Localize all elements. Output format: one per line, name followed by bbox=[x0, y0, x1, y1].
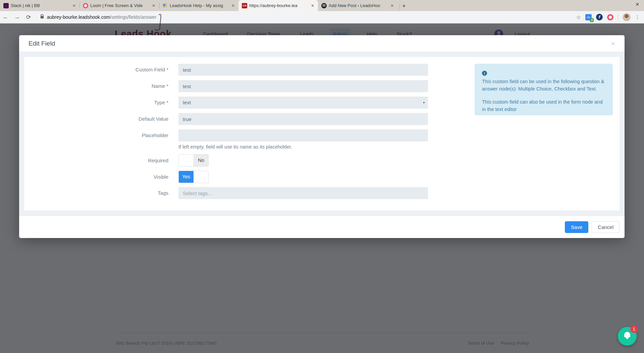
cancel-button[interactable]: Cancel bbox=[592, 221, 620, 233]
tab-wordpress[interactable]: W Add New Post ‹ LeadsHoo ✕ bbox=[318, 0, 397, 11]
visible-toggle[interactable]: Yes bbox=[178, 171, 209, 183]
tab-title: https://aubrey-bourke.lea bbox=[249, 3, 308, 8]
tab-title: Loom | Free Screen & Vide bbox=[90, 3, 149, 8]
chevron-down-icon: ▾ bbox=[423, 97, 425, 109]
required-toggle[interactable]: No bbox=[178, 154, 209, 167]
wordpress-icon: W bbox=[321, 3, 327, 8]
name-label: Name * bbox=[24, 80, 178, 92]
info-line-2: This custom field can also be used in th… bbox=[482, 98, 605, 113]
modal-header: Edit Field × bbox=[19, 35, 625, 52]
tags-input[interactable] bbox=[178, 187, 428, 199]
url-path: /settings/fields/answer bbox=[110, 14, 156, 20]
loom-icon bbox=[83, 3, 88, 8]
tags-label: Tags bbox=[24, 187, 178, 199]
back-button[interactable]: ← bbox=[0, 14, 11, 20]
custom-field-label: Custom Field * bbox=[24, 64, 178, 76]
required-row: Required No bbox=[24, 154, 620, 167]
save-button[interactable]: Save bbox=[565, 221, 588, 233]
notification-bubble[interactable]: 1 bbox=[618, 327, 637, 346]
extension-badge: 3 bbox=[590, 18, 594, 22]
tab-title: Add New Post ‹ LeadsHoo bbox=[329, 3, 387, 8]
bookmark-star-icon[interactable]: ☆ bbox=[576, 14, 581, 20]
browser-tab-strip: Slack | nik | BB ✕ Loom | Free Screen & … bbox=[0, 0, 644, 11]
tab-title: Slack | nik | BB bbox=[11, 3, 69, 8]
tab-close-icon[interactable]: ✕ bbox=[389, 3, 395, 8]
form-card: Custom Field * Name * Type * text ▾ Defa… bbox=[24, 57, 620, 211]
toolbar-divider bbox=[618, 14, 618, 20]
info-line-1: This custom field can be used in the fol… bbox=[482, 78, 605, 93]
visible-toggle-off-half bbox=[194, 171, 208, 183]
type-label: Type * bbox=[24, 97, 178, 109]
tab-leadshook-help[interactable]: LeadsHook Help - My assig ✕ bbox=[159, 0, 238, 11]
modal-title: Edit Field bbox=[29, 40, 55, 47]
visible-label: Visible bbox=[24, 171, 178, 183]
placeholder-input[interactable] bbox=[178, 129, 428, 141]
address-bar[interactable]: aubrey-bourke.leadshook.com/settings/fie… bbox=[36, 12, 573, 22]
new-tab-button[interactable]: + bbox=[402, 3, 406, 10]
tab-leadshook-active[interactable]: LH https://aubrey-bourke.lea ✕ bbox=[238, 0, 318, 11]
placeholder-help-row: If left empty, field will use its name a… bbox=[24, 141, 620, 150]
required-label: Required bbox=[24, 154, 178, 167]
visible-row: Visible Yes bbox=[24, 171, 620, 183]
leadshook-lh-icon: LH bbox=[242, 3, 247, 8]
tab-close-icon[interactable]: ✕ bbox=[71, 3, 77, 8]
url-host: aubrey-bourke.leadshook.com bbox=[47, 14, 110, 20]
type-select[interactable]: text ▾ bbox=[178, 97, 428, 109]
tab-close-icon[interactable]: ✕ bbox=[151, 3, 156, 8]
code-extension-icon[interactable]: </>3 bbox=[585, 14, 592, 20]
slack-icon bbox=[3, 3, 9, 8]
tags-row: Tags bbox=[24, 187, 620, 199]
placeholder-help-text: If left empty, field will use its name a… bbox=[178, 144, 428, 150]
type-select-value: text bbox=[183, 100, 191, 105]
forward-button[interactable]: → bbox=[11, 14, 23, 20]
tab-title: LeadsHook Help - My assig bbox=[170, 3, 228, 8]
reload-button[interactable]: ⟳ bbox=[23, 14, 34, 21]
leadshook-help-icon bbox=[162, 3, 168, 8]
browser-profile-avatar[interactable] bbox=[623, 13, 631, 21]
modal-footer: Save Cancel bbox=[19, 216, 625, 238]
required-toggle-off-half: No bbox=[194, 155, 208, 166]
tab-close-icon[interactable]: ✕ bbox=[310, 3, 315, 8]
modal-body: Custom Field * Name * Type * text ▾ Defa… bbox=[19, 52, 625, 216]
lock-icon bbox=[40, 14, 44, 20]
edit-field-modal: Edit Field × Custom Field * Name * Type … bbox=[19, 35, 625, 238]
info-panel: i This custom field can be used in the f… bbox=[475, 64, 613, 115]
browser-menu-icon[interactable]: ⋮ bbox=[635, 14, 640, 20]
extension-label: </> bbox=[587, 16, 590, 18]
url-text: aubrey-bourke.leadshook.com/settings/fie… bbox=[47, 14, 156, 20]
custom-field-input[interactable] bbox=[178, 64, 428, 76]
required-toggle-on-half bbox=[179, 155, 194, 166]
tab-close-icon[interactable]: ✕ bbox=[230, 3, 236, 8]
toolbar-right-icons: ☆ </>3 f ⋮ bbox=[576, 13, 644, 21]
placeholder-label: Placeholder bbox=[24, 129, 178, 141]
loom-extension-icon[interactable] bbox=[607, 14, 613, 20]
visible-toggle-on-half: Yes bbox=[179, 171, 194, 183]
tab-loom[interactable]: Loom | Free Screen & Vide ✕ bbox=[79, 0, 159, 11]
modal-close-icon[interactable]: × bbox=[611, 40, 615, 47]
notification-badge: 1 bbox=[630, 326, 638, 333]
window-close-button[interactable]: ✕ bbox=[635, 2, 639, 7]
name-input[interactable] bbox=[178, 80, 428, 92]
default-value-input[interactable] bbox=[178, 113, 428, 125]
facebook-extension-icon[interactable]: f bbox=[596, 14, 603, 20]
placeholder-row: Placeholder bbox=[24, 129, 620, 141]
bell-icon bbox=[624, 332, 630, 337]
info-icon: i bbox=[482, 71, 487, 76]
browser-toolbar: ← → ⟳ aubrey-bourke.leadshook.com/settin… bbox=[0, 11, 644, 23]
default-value-label: Default Value bbox=[24, 113, 178, 125]
tab-slack[interactable]: Slack | nik | BB ✕ bbox=[0, 0, 79, 11]
